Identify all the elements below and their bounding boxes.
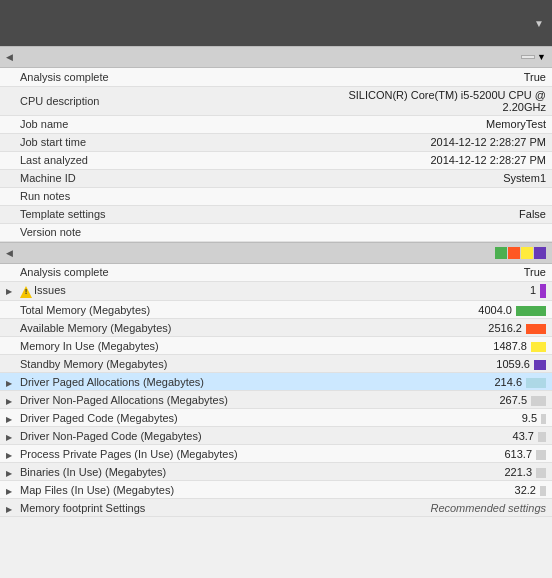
table-row: Version note [0,223,552,241]
table-row[interactable]: Standby Memory (Megabytes) 1059.6 [0,355,552,373]
memory-value-cell: 43.7 [304,427,552,445]
memory-row-label: Process Private Pages (In Use) (Megabyte… [20,448,238,460]
memory-value-cell: 9.5 [304,409,552,427]
table-row[interactable]: Available Memory (Megabytes) 2516.2 [0,319,552,337]
bar-indicator [536,450,546,460]
memory-value-cell: 1 [304,282,552,301]
memory-label-cell: ▶Driver Non-Paged Allocations (Megabytes… [0,391,304,409]
memory-footprint-header: ◀ [0,242,552,264]
bar-indicator [526,324,546,334]
run-info-label: CPU description [0,86,304,115]
memory-value-cell: 221.3 [304,463,552,481]
run-info-label: Last analyzed [0,151,304,169]
bar-indicator [541,414,546,424]
memory-footprint-table: Analysis complete True ▶!Issues 1 Total … [0,264,552,518]
expand-icon[interactable]: ▶ [6,433,20,442]
run-info-label: Template settings [0,205,304,223]
table-row[interactable]: ▶!Issues 1 [0,282,552,301]
memory-value-cell: 1487.8 [304,337,552,355]
memory-row-value: 221.3 [504,466,532,478]
run-info-section: ◀ ▼ Analysis complete True CPU descripti… [0,46,552,242]
run-info-header: ◀ ▼ [0,46,552,68]
expand-icon[interactable]: ▶ [6,415,20,424]
table-row[interactable]: ▶Driver Non-Paged Allocations (Megabytes… [0,391,552,409]
table-row: CPU description SILICON(R) Core(TM) i5-5… [0,86,552,115]
run-info-collapse-icon[interactable]: ◀ [6,52,20,62]
memory-footprint-section: ◀ Analysis complete True ▶!Issues 1 Tota… [0,242,552,518]
table-row[interactable]: ▶Driver Non-Paged Code (Megabytes) 43.7 [0,427,552,445]
run-info-label: Version note [0,223,304,241]
memory-row-value: 32.2 [515,484,536,496]
expand-icon[interactable]: ▶ [6,487,20,496]
run-info-value [304,223,552,241]
run-info-table: Analysis complete True CPU description S… [0,68,552,242]
table-row: Template settings False [0,205,552,223]
memory-row-label: Issues [34,284,66,296]
select-rows-dropdown-icon[interactable]: ▼ [537,52,546,62]
table-row: Last analyzed 2014-12-12 2:28:27 PM [0,151,552,169]
run-info-value: 2014-12-12 2:28:27 PM [304,151,552,169]
memory-row-value: 2516.2 [488,322,522,334]
memory-row-label: Driver Paged Code (Megabytes) [20,412,178,424]
table-row[interactable]: ▶Map Files (In Use) (Megabytes) 32.2 [0,481,552,499]
memory-row-value: 9.5 [522,412,537,424]
memory-row-value: 4004.0 [478,304,512,316]
expand-icon[interactable]: ▶ [6,287,20,296]
memory-label-cell: ▶Binaries (In Use) (Megabytes) [0,463,304,481]
bar-indicator [531,396,546,406]
memory-row-label: Total Memory (Megabytes) [20,304,150,316]
memory-row-label: Standby Memory (Megabytes) [20,358,167,370]
memory-value-cell: 2516.2 [304,319,552,337]
table-row[interactable]: ▶Driver Paged Code (Megabytes) 9.5 [0,409,552,427]
memory-label-cell: Available Memory (Megabytes) [0,319,304,337]
memory-row-label: Available Memory (Megabytes) [20,322,171,334]
memory-label-cell: ▶Map Files (In Use) (Megabytes) [0,481,304,499]
run-info-value: True [304,68,552,86]
bar-indicator [534,360,546,370]
memory-row-label: Binaries (In Use) (Megabytes) [20,466,166,478]
bar-indicator [516,306,546,316]
memory-value-cell: 613.7 [304,445,552,463]
select-rows-button[interactable] [521,55,535,59]
memory-value-cell: 267.5 [304,391,552,409]
run-info-value [304,187,552,205]
expand-icon[interactable]: ▶ [6,469,20,478]
run-info-value: System1 [304,169,552,187]
memory-row-value: 1487.8 [493,340,527,352]
memory-row-value: 1 [530,284,536,296]
table-row[interactable]: Total Memory (Megabytes) 4004.0 [0,301,552,319]
table-row[interactable]: Analysis complete True [0,264,552,282]
table-row[interactable]: ▶Driver Paged Allocations (Megabytes) 21… [0,373,552,391]
expand-icon[interactable]: ▶ [6,505,20,514]
expand-icon[interactable]: ▶ [6,397,20,406]
memory-row-label: Driver Non-Paged Code (Megabytes) [20,430,202,442]
bar-indicator [526,378,546,388]
run-info-value: SILICON(R) Core(TM) i5-5200U CPU @ 2.20G… [304,86,552,115]
memory-label-cell: Standby Memory (Megabytes) [0,355,304,373]
memory-row-value: 267.5 [499,394,527,406]
memory-value-cell: Recommended settings [304,499,552,517]
expand-icon[interactable]: ▶ [6,379,20,388]
table-row[interactable]: ▶Memory footprint Settings Recommended s… [0,499,552,517]
table-row: Job name MemoryTest [0,115,552,133]
memory-label-cell: ▶Process Private Pages (In Use) (Megabyt… [0,445,304,463]
memory-collapse-icon[interactable]: ◀ [6,248,20,258]
memory-label-cell: Total Memory (Megabytes) [0,301,304,319]
table-row[interactable]: ▶Binaries (In Use) (Megabytes) 221.3 [0,463,552,481]
warning-icon: ! [20,286,32,298]
top-bar: ▼ [0,0,552,46]
run-info-label: Run notes [0,187,304,205]
bar-indicator [540,486,546,496]
dropdown-arrow-icon[interactable]: ▼ [534,18,544,29]
run-info-value: MemoryTest [304,115,552,133]
color-indicator-box [495,247,507,259]
run-info-label: Job start time [0,133,304,151]
memory-label-cell: Memory In Use (Megabytes) [0,337,304,355]
table-row[interactable]: Memory In Use (Megabytes) 1487.8 [0,337,552,355]
memory-label-cell: ▶Driver Paged Allocations (Megabytes) [0,373,304,391]
memory-row-label: Driver Non-Paged Allocations (Megabytes) [20,394,228,406]
table-row[interactable]: ▶Process Private Pages (In Use) (Megabyt… [0,445,552,463]
expand-icon[interactable]: ▶ [6,451,20,460]
memory-row-value: Recommended settings [430,502,546,514]
run-info-value: 2014-12-12 2:28:27 PM [304,133,552,151]
